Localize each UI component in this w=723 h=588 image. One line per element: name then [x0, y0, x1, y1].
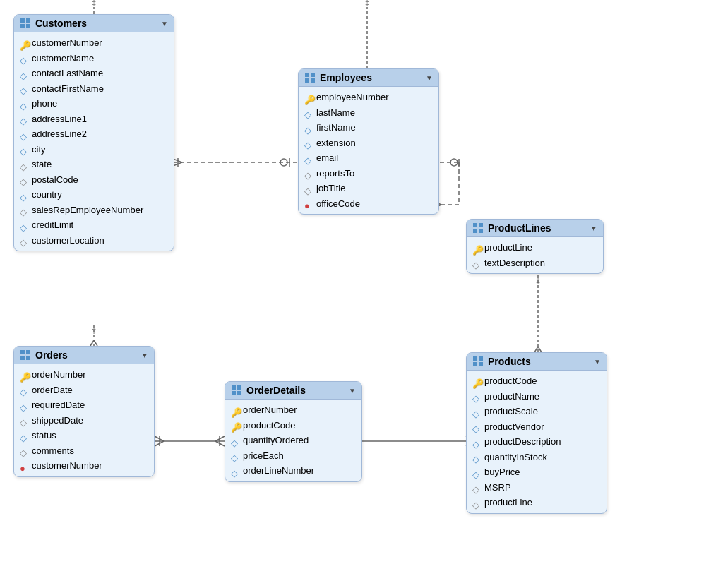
svg-rect-56: [232, 385, 236, 390]
orderdetails-dropdown-icon[interactable]: ▼: [349, 387, 356, 395]
table-row: 🔑orderNumber: [14, 367, 154, 383]
table-row: ◇reportsTo: [299, 166, 438, 181]
diamond-icon: ◇: [304, 108, 313, 116]
table-row: ◇creditLimit: [14, 217, 174, 233]
customers-dropdown-icon[interactable]: ▼: [161, 20, 168, 28]
svg-rect-44: [305, 73, 309, 77]
svg-rect-50: [473, 229, 477, 233]
table-row: ◇extension: [299, 136, 438, 151]
svg-rect-62: [473, 362, 477, 366]
orderdetails-table[interactable]: OrderDetails ▼ 🔑orderNumber 🔑productCode…: [225, 381, 362, 482]
svg-rect-57: [237, 385, 241, 390]
table-grid-icon: [20, 349, 31, 361]
diamond-icon: ◇: [20, 130, 28, 138]
svg-rect-42: [20, 24, 25, 28]
table-row: ◇requiredDate: [14, 397, 154, 413]
table-row: ◇productName: [467, 389, 607, 404]
orders-title: Orders: [35, 349, 68, 361]
table-row: ◇contactLastName: [14, 66, 174, 81]
table-grid-icon: [231, 385, 242, 396]
productlines-dropdown-icon[interactable]: ▼: [590, 224, 597, 232]
productlines-table[interactable]: ProductLines ▼ 🔑productLine ◇textDescrip…: [466, 219, 604, 274]
table-grid-icon: [304, 72, 316, 83]
key-icon: 🔑: [20, 39, 28, 47]
table-grid-icon: [20, 18, 31, 29]
svg-text:‡: ‡: [92, 326, 96, 335]
svg-line-39: [538, 347, 542, 352]
orderdetails-fields: 🔑orderNumber 🔑productCode ◇quantityOrder…: [225, 400, 362, 481]
diamond-icon: ◇: [20, 431, 28, 440]
diamond-icon: ◇: [20, 236, 28, 244]
products-header: Products ▼: [467, 353, 607, 371]
svg-text:↓: ↓: [90, 336, 95, 347]
table-grid-icon: [472, 356, 484, 367]
diamond-icon: ◇: [472, 452, 481, 461]
diamond-icon: ◇: [20, 175, 28, 184]
key-icon: 🔑: [472, 244, 481, 252]
table-row: ◇textDescription: [467, 256, 603, 271]
orders-dropdown-icon[interactable]: ▼: [141, 352, 148, 359]
customers-table[interactable]: Customers ▼ 🔑customerNumber ◇customerNam…: [13, 14, 174, 251]
table-row: ●officeCode: [299, 196, 438, 212]
svg-point-9: [280, 159, 287, 166]
table-row: ◇quantityInStock: [467, 450, 607, 465]
diamond-icon: ◇: [304, 124, 313, 132]
products-title: Products: [488, 356, 531, 367]
table-row: ◇salesRepEmployeeNumber: [14, 203, 174, 218]
productlines-fields: 🔑productLine ◇textDescription: [467, 237, 603, 273]
customers-header: Customers ▼: [14, 15, 174, 32]
employees-table[interactable]: Employees ▼ 🔑employeeNumber ◇lastName ◇f…: [298, 68, 439, 215]
diamond-icon: ◇: [20, 54, 28, 62]
table-row: ◇priceEach: [225, 448, 362, 464]
svg-rect-59: [237, 391, 241, 395]
svg-rect-54: [20, 356, 25, 360]
diamond-icon: ◇: [20, 69, 28, 78]
table-row: ◇buyPrice: [467, 464, 607, 480]
table-row: ◇phone: [14, 96, 174, 112]
svg-rect-60: [473, 356, 477, 361]
svg-rect-43: [26, 24, 30, 28]
table-row: ◇customerLocation: [14, 233, 174, 248]
svg-line-24: [155, 441, 164, 446]
products-dropdown-icon[interactable]: ▼: [594, 358, 601, 366]
diamond-icon: ◇: [304, 154, 313, 162]
svg-text:‡: ‡: [536, 277, 540, 285]
products-fields: 🔑productCode ◇productName ◇productScale …: [467, 371, 607, 513]
table-row: ◇MSRP: [467, 480, 607, 496]
diamond-icon: ◇: [20, 205, 28, 214]
table-row: ◇country: [14, 187, 174, 203]
table-row: ◇shippedDate: [14, 413, 154, 428]
diamond-icon: ●: [20, 462, 28, 470]
svg-rect-40: [20, 18, 25, 23]
diamond-icon: ◇: [472, 258, 481, 267]
table-row: ◇state: [14, 157, 174, 172]
diamond-icon: ◇: [20, 446, 28, 455]
table-row: ◇orderDate: [14, 383, 154, 398]
diamond-icon: ◇: [20, 385, 28, 394]
diamond-icon: ◇: [304, 138, 313, 147]
employees-dropdown-icon[interactable]: ▼: [426, 74, 433, 82]
products-table[interactable]: Products ▼ 🔑productCode ◇productName ◇pr…: [466, 352, 607, 514]
table-row: ◇contactFirstName: [14, 81, 174, 97]
table-row: 🔑employeeNumber: [299, 90, 438, 105]
diagram-canvas: ‡ ‡ ‡ ↓: [0, 0, 723, 588]
table-row: ◇productScale: [467, 404, 607, 419]
table-row: 🔑productCode: [467, 373, 607, 389]
svg-line-26: [215, 436, 225, 441]
diamond-icon: ◇: [20, 145, 28, 153]
diamond-icon: ◇: [231, 436, 239, 445]
table-row: ◇comments: [14, 443, 154, 459]
svg-point-13: [450, 159, 458, 166]
diamond-icon: ◇: [20, 191, 28, 199]
diamond-icon: ◇: [231, 451, 239, 460]
key-icon: 🔑: [304, 93, 313, 102]
key-red-icon: 🔑: [231, 421, 239, 429]
diamond-icon: ◇: [472, 468, 481, 476]
table-row: ◇addressLine2: [14, 126, 174, 142]
orders-table[interactable]: Orders ▼ 🔑orderNumber ◇orderDate ◇requir…: [13, 346, 155, 477]
orderdetails-header: OrderDetails ▼: [225, 382, 362, 400]
svg-text:‡: ‡: [92, 0, 96, 7]
diamond-icon: ◇: [20, 160, 28, 169]
productlines-header: ProductLines ▼: [467, 220, 603, 237]
table-row: ◇addressLine1: [14, 112, 174, 127]
